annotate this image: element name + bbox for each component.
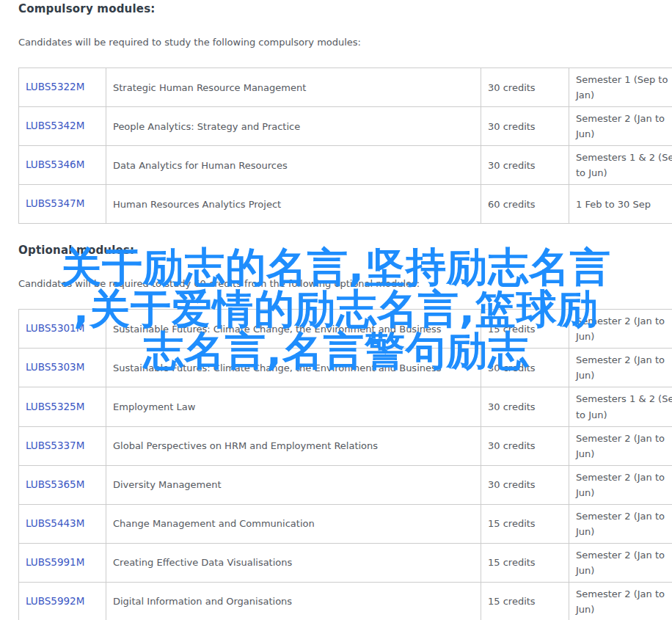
module-code-link[interactable]: LUBS5337M: [26, 440, 84, 451]
compulsory-modules-heading: Compulsory modules:: [18, 2, 661, 15]
module-code-link[interactable]: LUBS5365M: [26, 478, 84, 490]
module-semester-cell: Semester 1 (Sep to Jan): [569, 68, 672, 107]
module-name-cell: Strategic Human Resource Management: [106, 68, 481, 107]
module-credits-cell: 30 credits: [481, 465, 569, 504]
module-semester-cell: Semester 2 (Jan to Jun): [569, 426, 672, 465]
module-credits-cell: 30 credits: [481, 426, 569, 465]
module-name-cell: People Analytics: Strategy and Practice: [106, 107, 481, 146]
module-name-cell: Change Management and Communication: [106, 504, 481, 543]
module-name-cell: Diversity Management: [106, 465, 481, 504]
module-semester-cell: Semester 2 (Jan to Jun): [569, 349, 672, 387]
table-row: LUBS5365M Diversity Management 30 credit…: [19, 465, 672, 504]
module-code-link[interactable]: LUBS5342M: [26, 120, 84, 131]
module-code-cell: LUBS5342M: [19, 107, 106, 146]
compulsory-modules-intro: Candidates will be required to study the…: [18, 37, 661, 48]
module-name-cell: Digital Information and Organisations: [106, 582, 481, 620]
module-credits-cell: 15 credits: [481, 582, 569, 620]
module-code-link[interactable]: LUBS5322M: [26, 81, 84, 92]
table-row: LUBS5325M Employment Law 30 credits Seme…: [19, 387, 672, 426]
module-semester-cell: Semester 2 (Jan to Jun): [569, 465, 672, 504]
page-content: Compulsory modules: Candidates will be r…: [0, 0, 672, 620]
module-credits-cell: 15 credits: [481, 504, 569, 543]
module-code-cell: LUBS5337M: [19, 426, 106, 465]
table-row: LUBS5301M Sustainable Futures: Climate C…: [19, 310, 672, 349]
table-row: LUBS5347M Human Resources Analytics Proj…: [19, 185, 672, 224]
module-credits-cell: 30 credits: [481, 387, 569, 426]
module-code-cell: LUBS5992M: [19, 582, 106, 620]
module-name-cell: Sustainable Futures: Climate Change, the…: [106, 310, 481, 349]
module-semester-cell: Semester 2 (Jan to Jun): [569, 504, 672, 543]
module-name-cell: Sustainable Futures: Climate Change, the…: [106, 349, 481, 387]
table-row: LUBS5443M Change Management and Communic…: [19, 504, 672, 543]
compulsory-modules-table: LUBS5322M Strategic Human Resource Manag…: [18, 68, 672, 224]
module-name-cell: Global Perspectives on HRM and Employmen…: [106, 426, 481, 465]
module-code-link[interactable]: LUBS5991M: [26, 556, 84, 568]
module-code-cell: LUBS5325M: [19, 387, 106, 426]
module-credits-cell: 30 credits: [481, 146, 569, 185]
module-semester-cell: Semesters 1 & 2 (Sep to Jun): [569, 146, 672, 185]
module-code-cell: LUBS5443M: [19, 504, 106, 543]
module-code-link[interactable]: LUBS5992M: [26, 595, 84, 607]
table-row: LUBS5337M Global Perspectives on HRM and…: [19, 426, 672, 465]
module-credits-cell: 15 credits: [481, 543, 569, 582]
module-semester-cell: 1 Feb to 30 Sep: [569, 185, 672, 224]
module-code-link[interactable]: LUBS5325M: [26, 401, 84, 412]
module-semester-cell: Semesters 1 & 2 (Sep to Jun): [569, 387, 672, 426]
table-row: LUBS5342M People Analytics: Strategy and…: [19, 107, 672, 146]
module-code-cell: LUBS5301M: [19, 310, 106, 349]
module-code-link[interactable]: LUBS5346M: [26, 158, 84, 170]
module-code-link[interactable]: LUBS5443M: [26, 517, 84, 529]
module-code-cell: LUBS5991M: [19, 543, 106, 582]
compulsory-modules-section: Compulsory modules: Candidates will be r…: [18, 2, 661, 224]
module-name-cell: Data Analytics for Human Resources: [106, 146, 481, 185]
module-code-link[interactable]: LUBS5303M: [26, 361, 84, 373]
module-credits-cell: 30 credits: [481, 107, 569, 146]
table-row: LUBS5991M Creating Effective Data Visual…: [19, 543, 672, 582]
module-code-cell: LUBS5322M: [19, 68, 106, 107]
optional-modules-heading: Optional modules:: [18, 244, 661, 257]
module-credits-cell: 30 credits: [481, 68, 569, 107]
module-name-cell: Creating Effective Data Visualisations: [106, 543, 481, 582]
table-row: LUBS5322M Strategic Human Resource Manag…: [19, 68, 672, 107]
module-credits-cell: 30 credits: [481, 349, 569, 387]
module-semester-cell: Semester 2 (Jan to Jun): [569, 582, 672, 620]
module-code-cell: LUBS5347M: [19, 185, 106, 224]
optional-modules-section: Optional modules: Candidates will be req…: [18, 244, 661, 620]
module-code-link[interactable]: LUBS5301M: [26, 322, 84, 334]
module-credits-cell: 15 credits: [481, 310, 569, 349]
optional-modules-intro: Candidates will be required to study 60 …: [18, 278, 661, 289]
table-row: LUBS5992M Digital Information and Organi…: [19, 582, 672, 620]
module-name-cell: Employment Law: [106, 387, 481, 426]
table-row: LUBS5346M Data Analytics for Human Resou…: [19, 146, 672, 185]
module-credits-cell: 60 credits: [481, 185, 569, 224]
module-semester-cell: Semester 2 (Jan to Jun): [569, 310, 672, 349]
module-catalogue-page: Compulsory modules: Candidates will be r…: [0, 0, 672, 620]
module-code-cell: LUBS5303M: [19, 349, 106, 387]
table-row: LUBS5303M Sustainable Futures: Climate C…: [19, 349, 672, 387]
module-semester-cell: Semester 2 (Jan to Jun): [569, 543, 672, 582]
module-name-cell: Human Resources Analytics Project: [106, 185, 481, 224]
module-semester-cell: Semester 2 (Jan to Jun): [569, 107, 672, 146]
module-code-cell: LUBS5346M: [19, 146, 106, 185]
optional-modules-table: LUBS5301M Sustainable Futures: Climate C…: [18, 309, 672, 620]
module-code-link[interactable]: LUBS5347M: [26, 197, 84, 209]
module-code-cell: LUBS5365M: [19, 465, 106, 504]
